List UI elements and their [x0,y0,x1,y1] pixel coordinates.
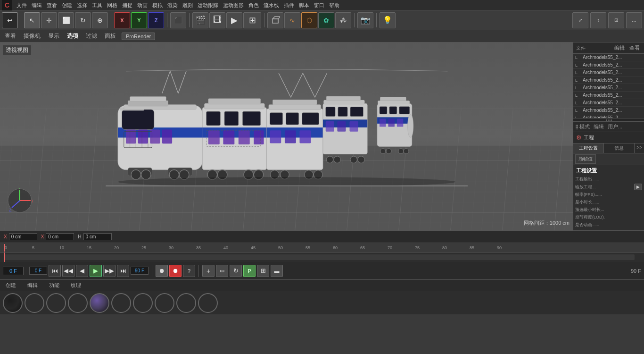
material-ball-red[interactable] [111,293,131,313]
scene-list-item[interactable]: LArchmodels55_2... [573,107,644,114]
status-edit[interactable]: 编辑 [25,281,40,290]
grid-toggle-btn[interactable]: ⊞ [257,265,269,277]
material-ball-white[interactable] [46,293,66,313]
record2-btn[interactable]: P [243,265,256,277]
scene-btn[interactable]: ⁂ [335,12,351,28]
h-input[interactable] [83,233,112,240]
menu-item-19[interactable]: 帮助 [327,0,342,10]
scene-list-item[interactable]: LArchmodels55_2... [573,61,644,69]
go-start-btn[interactable]: ⏮ [49,265,61,277]
menu-item-17[interactable]: 脚本 [297,0,312,10]
scale-btn[interactable]: ⬜ [58,12,74,28]
navigate-btn[interactable]: ⤢ [572,12,588,28]
menu-item-18[interactable]: 窗口 [312,0,327,10]
status-texture[interactable]: 纹理 [69,281,83,290]
menu-item-9[interactable]: 模拟 [150,0,165,10]
x2-input[interactable] [46,233,74,240]
timeline-ruler[interactable]: 051015202530354045505560657075808590 [0,243,644,253]
current-frame-display[interactable]: 0 F [3,267,24,275]
fullscreen-btn[interactable]: ⊡ [608,12,624,28]
scene-list-item[interactable]: LArchmodels55_2... [573,92,644,99]
options-menu[interactable]: 选项 [65,31,80,41]
nav4-btn[interactable]: … [626,12,642,28]
add-key-btn[interactable]: + [202,265,215,277]
material-ball-purple[interactable] [90,293,109,313]
x-input[interactable] [9,233,37,240]
panel-toggle-btn[interactable]: ▬ [271,265,283,277]
menu-item-16[interactable]: 插件 [281,0,297,10]
anim2-btn[interactable]: 🎞 [209,12,225,28]
material-ball-dark-gray[interactable] [176,293,196,313]
material-ball-black[interactable] [3,293,23,313]
menu-item-4[interactable]: 选择 [74,0,90,10]
record-active-btn[interactable]: ⏺ [169,265,182,277]
perspective-btn[interactable] [267,12,283,28]
light-btn[interactable]: 💡 [380,12,396,28]
undo-btn[interactable]: ↩ [2,12,18,28]
props-tab-info[interactable]: 信息 [604,143,635,153]
move-btn[interactable]: ✛ [41,12,57,28]
anim1-btn[interactable]: 🎬 [192,12,208,28]
menu-item-1[interactable]: 编辑 [29,0,44,10]
playhead[interactable] [4,253,5,262]
loop-btn[interactable]: ↻ [230,265,242,277]
go-end-btn[interactable]: ⏭ [117,265,129,277]
menu-item-14[interactable]: 角色 [246,0,261,10]
record-btn[interactable]: ⏺ [156,265,168,277]
material-ball-gray[interactable] [25,293,44,313]
play-fwd-btn[interactable]: ▶ [90,265,102,277]
scene-edit-icon[interactable]: 编辑 [613,44,626,52]
remove-key-btn[interactable]: ▭ [216,265,228,277]
scene-search-icon[interactable]: 查看 [628,44,641,52]
timeline-track[interactable] [0,253,644,262]
scene-list-item[interactable]: LArchmodels55_2... [573,84,644,92]
viewport[interactable]: 透视视图 网格间距：1000 cm X Y Z [0,42,573,230]
panel-divider[interactable] [573,118,644,122]
menu-item-2[interactable]: 查看 [44,0,59,10]
status-create[interactable]: 创建 [4,281,18,290]
menu-item-15[interactable]: 流水线 [261,0,281,10]
menu-item-10[interactable]: 渲染 [165,0,180,10]
props-tab-more[interactable]: >> [635,143,644,153]
menu-item-8[interactable]: 动画 [135,0,150,10]
nav2-btn[interactable]: ↕ [590,12,606,28]
transform-btn[interactable]: ⊕ [92,12,108,28]
prorender-btn[interactable]: ProRender [122,33,155,40]
x-axis-btn[interactable]: X [114,12,130,28]
preview-end-display[interactable]: 90 F [131,267,149,275]
next-frame-btn[interactable]: ▶▶ [103,265,116,277]
props-tab-settings[interactable]: 工程设置 [573,143,604,153]
scene-list-item[interactable]: LArchmodels55_2... [573,69,644,76]
play-rev-btn[interactable]: ◀ [76,265,88,277]
menu-item-7[interactable]: 捕捉 [120,0,135,10]
select-btn[interactable]: ↖ [24,12,40,28]
rotate-btn[interactable]: ↻ [75,12,91,28]
anim4-btn[interactable]: ⊞ [243,12,261,28]
scene-list-item[interactable]: LArchmodels55_2... [573,114,644,118]
status-function[interactable]: 功能 [47,281,61,290]
prev-frame-btn[interactable]: ◀◀ [62,265,74,277]
filter-menu[interactable]: 过滤 [84,31,99,41]
menu-item-0[interactable]: 文件 [14,0,29,10]
material-ball-gray2[interactable] [155,293,174,313]
view-menu[interactable]: 查看 [3,31,18,41]
deform-btn[interactable]: ✿ [318,12,334,28]
material-ball-red2[interactable] [198,293,218,313]
auto-key-btn[interactable]: ? [183,265,195,277]
nurbs-btn[interactable]: ⬡ [301,12,317,28]
spline-btn[interactable]: ∿ [284,12,300,28]
material-ball-bright-white[interactable] [68,293,88,313]
camera-menu[interactable]: 摄像机 [22,31,42,41]
menu-item-12[interactable]: 运动跟踪 [195,0,221,10]
panel-menu[interactable]: 面板 [103,31,118,41]
anim3-btn[interactable]: ▶ [226,12,242,28]
props-action-btn[interactable]: ▶ [634,184,642,190]
material-ball-orange[interactable] [133,293,153,313]
obj-mode-btn[interactable]: ⬛ [170,12,186,28]
menu-item-11[interactable]: 雕刻 [180,0,195,10]
menu-item-6[interactable]: 网格 [105,0,120,10]
z-axis-btn[interactable]: Z [148,12,164,28]
scene-list-item[interactable]: LArchmodels55_2... [573,54,644,61]
scene-list-item[interactable]: LArchmodels55_2... [573,76,644,84]
menu-item-5[interactable]: 工具 [90,0,105,10]
